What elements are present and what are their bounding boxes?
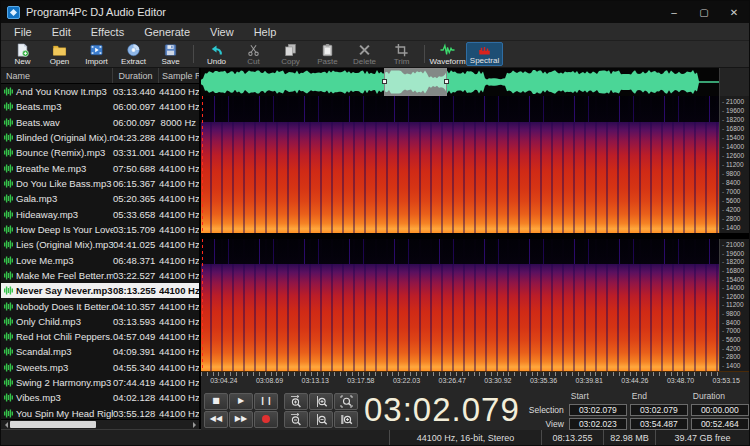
freq-label: 2800 bbox=[722, 215, 749, 222]
file-duration: 03:13.593 bbox=[113, 316, 159, 327]
zoom-out-selection-button[interactable] bbox=[309, 411, 333, 428]
file-list-row[interactable]: Nobody Does It Better.mp3 04:10.357 4410… bbox=[1, 298, 199, 313]
file-sample-rate: 8000 Hz bbox=[159, 117, 199, 128]
spectrogram-left-channel[interactable] bbox=[201, 96, 719, 233]
pause-button[interactable]: ❙❙ bbox=[254, 393, 278, 410]
menu-edit[interactable]: Edit bbox=[43, 25, 80, 39]
file-list-hscrollbar[interactable] bbox=[1, 419, 199, 429]
scroll-right-icon[interactable] bbox=[190, 420, 199, 429]
view-end-field[interactable]: 03:54.487 bbox=[630, 418, 688, 430]
close-button[interactable]: ✕ bbox=[719, 1, 749, 23]
file-sample-rate: 44100 Hz bbox=[159, 331, 199, 342]
undo-button[interactable]: Undo bbox=[198, 42, 235, 66]
freq-label: 1400 bbox=[722, 224, 749, 231]
column-header-name[interactable]: Name bbox=[1, 68, 113, 83]
timeline-ruler[interactable]: 03:04.2403:08.6903:13.1303:17.5803:22.03… bbox=[201, 371, 749, 390]
rewind-button[interactable]: ◀◀ bbox=[204, 411, 228, 428]
import-button[interactable]: Import bbox=[78, 42, 115, 66]
file-list-row[interactable]: Lies (Original Mix).mp3 04:41.025 44100 … bbox=[1, 237, 199, 252]
timeline-label: 03:04.24 bbox=[201, 377, 247, 384]
file-list-row[interactable]: Gala.mp3 05:20.365 44100 Hz bbox=[1, 191, 199, 206]
file-duration: 07:50.688 bbox=[113, 163, 159, 174]
file-list-row[interactable]: Swing 2 Harmony.mp3 07:44.419 44100 Hz bbox=[1, 375, 199, 390]
file-duration: 07:44.419 bbox=[113, 377, 159, 388]
copy-button[interactable]: Copy bbox=[272, 42, 309, 66]
file-list-row[interactable]: Bounce (Remix).mp3 03:31.001 44100 Hz bbox=[1, 145, 199, 160]
file-list-row[interactable]: Hideaway.mp3 05:33.658 44100 Hz bbox=[1, 207, 199, 222]
selection-start-field[interactable]: 03:02.079 bbox=[569, 404, 627, 416]
zoom-in-selection-button[interactable] bbox=[309, 393, 333, 410]
menu-file[interactable]: File bbox=[5, 25, 41, 39]
save-button[interactable]: Save bbox=[152, 42, 189, 66]
view-start-field[interactable]: 03:02.023 bbox=[569, 418, 627, 430]
cut-button[interactable]: Cut bbox=[235, 42, 272, 66]
scroll-left-icon[interactable] bbox=[1, 420, 10, 429]
file-list-header[interactable]: Name Duration Sample Rate bbox=[1, 68, 199, 84]
file-list-row[interactable]: How Deep Is Your Love.mp3 03:15.709 4410… bbox=[1, 222, 199, 237]
fast-forward-button[interactable]: ▶▶ bbox=[229, 411, 253, 428]
menu-effects[interactable]: Effects bbox=[82, 25, 133, 39]
spectrogram-right-channel[interactable] bbox=[201, 239, 719, 371]
file-sample-rate: 44100 Hz bbox=[159, 163, 199, 174]
file-list-row[interactable]: Beats.wav 06:00.097 8000 Hz bbox=[1, 115, 199, 130]
delete-button[interactable]: Delete bbox=[346, 42, 383, 66]
play-button[interactable]: ▶ bbox=[229, 393, 253, 410]
column-header-sample-rate[interactable]: Sample Rate bbox=[159, 68, 199, 83]
toolbar: New Open Import Extract Save Undo Cut bbox=[1, 41, 749, 68]
selection-end-field[interactable]: 03:02.079 bbox=[630, 404, 688, 416]
timeline-label: 03:39.81 bbox=[566, 377, 612, 384]
menu-view[interactable]: View bbox=[201, 25, 243, 39]
file-list-row[interactable]: Scandal.mp3 04:09.391 44100 Hz bbox=[1, 344, 199, 359]
file-list-row[interactable]: Love Me.mp3 06:48.371 44100 Hz bbox=[1, 252, 199, 267]
transport-bar: ■ ▶ ❙❙ ◀◀ ▶▶ 03:02.079 bbox=[201, 390, 749, 430]
file-list-row[interactable]: Breathe Me.mp3 07:50.688 44100 Hz bbox=[1, 161, 199, 176]
file-list-row[interactable]: Red Hot Chili Peppers.mp3 04:57.049 4410… bbox=[1, 329, 199, 344]
extract-button[interactable]: Extract bbox=[115, 42, 152, 66]
view-duration-field[interactable]: 00:52.464 bbox=[691, 418, 749, 430]
scrollbar-track[interactable] bbox=[10, 420, 190, 429]
app-window: Program4Pc DJ Audio Editor – ▢ ✕ File Ed… bbox=[0, 0, 750, 446]
title-bar[interactable]: Program4Pc DJ Audio Editor – ▢ ✕ bbox=[1, 1, 749, 23]
playhead-cursor[interactable] bbox=[202, 96, 203, 233]
overview-waveform[interactable] bbox=[201, 68, 719, 96]
view-region-selector[interactable] bbox=[384, 68, 447, 96]
file-list-row[interactable]: Only Child.mp3 03:13.593 44100 Hz bbox=[1, 314, 199, 329]
minimize-button[interactable]: – bbox=[659, 1, 689, 23]
menu-help[interactable]: Help bbox=[245, 25, 286, 39]
menu-generate[interactable]: Generate bbox=[135, 25, 199, 39]
zoom-full-button[interactable] bbox=[334, 393, 358, 410]
freq-label: 21000 bbox=[722, 241, 749, 248]
file-list-row[interactable]: And You Know It.mp3 03:13.440 44100 Hz bbox=[1, 84, 199, 99]
timeline-label: 03:53.15 bbox=[703, 377, 749, 384]
zoom-out-horizontal-button[interactable] bbox=[284, 411, 308, 428]
file-list-row[interactable]: Sweets.mp3 04:55.340 44100 Hz bbox=[1, 360, 199, 375]
file-list-row[interactable]: Make Me Feel Better.mp3 03:22.527 44100 … bbox=[1, 268, 199, 283]
zoom-in-horizontal-button[interactable] bbox=[284, 393, 308, 410]
open-button[interactable]: Open bbox=[41, 42, 78, 66]
freq-scale: 2100019600182001680015400140001260011200… bbox=[719, 239, 749, 371]
playhead-cursor[interactable] bbox=[202, 239, 203, 371]
stop-button[interactable]: ■ bbox=[204, 393, 228, 410]
waveform-view-button[interactable]: Waveform bbox=[429, 42, 466, 66]
column-header-duration[interactable]: Duration bbox=[113, 68, 159, 83]
view-region-left-handle[interactable] bbox=[382, 79, 387, 84]
file-list-row[interactable]: Vibes.mp3 04:02.128 44100 Hz bbox=[1, 390, 199, 405]
file-list-row[interactable]: You Spin My Head Right Round... 03:55.12… bbox=[1, 406, 199, 419]
file-list-row[interactable]: Beats.mp3 06:00.097 44100 Hz bbox=[1, 99, 199, 114]
paste-button[interactable]: Paste bbox=[309, 42, 346, 66]
maximize-button[interactable]: ▢ bbox=[689, 1, 719, 23]
file-list-row[interactable]: Do You Like Bass.mp3 06:15.367 44100 Hz bbox=[1, 176, 199, 191]
selection-duration-field[interactable]: 00:00.000 bbox=[691, 404, 749, 416]
new-button[interactable]: New bbox=[4, 42, 41, 66]
trim-button[interactable]: Trim bbox=[383, 42, 420, 66]
record-button[interactable] bbox=[254, 411, 278, 428]
audio-file-icon bbox=[4, 240, 13, 249]
view-region-right-handle[interactable] bbox=[444, 79, 449, 84]
file-list-row[interactable]: Never Say Never.mp3 08:13.255 44100 Hz bbox=[1, 283, 199, 298]
save-floppy-icon bbox=[163, 43, 178, 57]
zoom-one-to-one-button[interactable] bbox=[334, 411, 358, 428]
spectral-view-button[interactable]: Spectral bbox=[466, 42, 503, 66]
file-list-row[interactable]: Blinded (Original Mix).mp3 04:23.288 441… bbox=[1, 130, 199, 145]
file-name: Only Child.mp3 bbox=[16, 316, 81, 327]
scrollbar-thumb[interactable] bbox=[10, 421, 96, 428]
